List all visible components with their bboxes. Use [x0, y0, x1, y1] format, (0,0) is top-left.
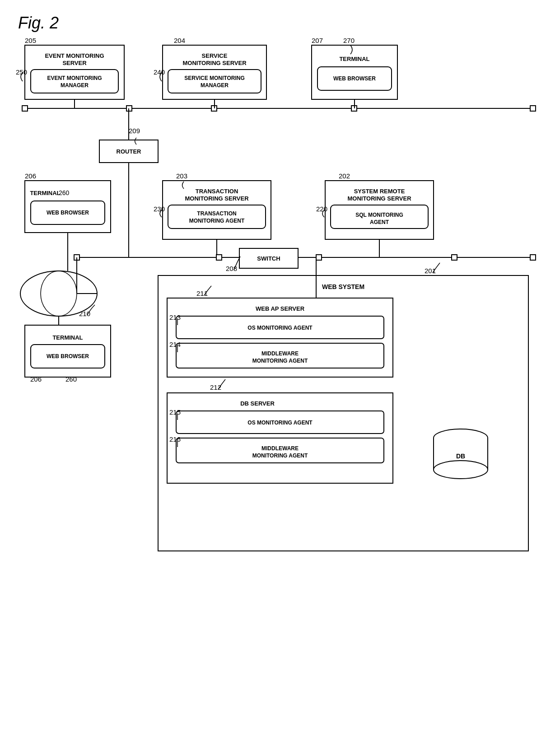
svg-text:OS MONITORING AGENT: OS MONITORING AGENT [247, 325, 313, 331]
svg-rect-70 [167, 298, 393, 377]
svg-text:WEB AP SERVER: WEB AP SERVER [256, 305, 305, 312]
svg-text:WEB BROWSER: WEB BROWSER [47, 353, 89, 359]
svg-text:MONITORING AGENT: MONITORING AGENT [252, 452, 308, 459]
svg-rect-41 [25, 181, 111, 233]
svg-text:TERMINAL: TERMINAL [52, 334, 83, 341]
svg-rect-74 [176, 343, 384, 368]
svg-point-57 [20, 271, 97, 316]
svg-rect-79 [176, 411, 384, 434]
svg-text:MONITORING SERVER: MONITORING SERVER [185, 195, 249, 202]
figure-title: Fig. 2 [18, 14, 59, 33]
svg-text:MONITORING AGENT: MONITORING AGENT [189, 218, 245, 224]
svg-rect-14 [317, 67, 392, 90]
svg-text:SQL MONITORING: SQL MONITORING [355, 212, 403, 218]
svg-rect-54 [530, 255, 536, 260]
svg-rect-17 [22, 106, 28, 111]
svg-text:207: 207 [312, 37, 323, 44]
svg-rect-6 [163, 45, 266, 99]
svg-rect-18 [126, 106, 132, 111]
svg-text:204: 204 [174, 37, 185, 44]
svg-text:WEB SYSTEM: WEB SYSTEM [322, 283, 364, 290]
svg-rect-20 [351, 106, 357, 111]
svg-rect-81 [176, 438, 384, 463]
svg-rect-38 [331, 205, 428, 229]
svg-point-58 [41, 271, 77, 316]
svg-rect-67 [158, 275, 528, 551]
svg-rect-85 [434, 438, 488, 470]
svg-rect-64 [31, 345, 105, 368]
svg-text:206: 206 [30, 375, 42, 383]
svg-text:MONITORING AGENT: MONITORING AGENT [252, 358, 308, 364]
svg-text:250: 250 [16, 68, 27, 76]
svg-text:MIDDLEWARE: MIDDLEWARE [261, 350, 299, 357]
svg-text:220: 220 [316, 205, 327, 213]
svg-rect-19 [211, 106, 217, 111]
svg-text:ROUTER: ROUTER [117, 148, 142, 155]
svg-text:MONITORING SERVER: MONITORING SERVER [182, 60, 247, 66]
svg-text:230: 230 [154, 205, 165, 213]
svg-rect-43 [31, 201, 105, 224]
svg-rect-32 [168, 205, 266, 229]
svg-text:SERVICE MONITORING: SERVICE MONITORING [184, 75, 245, 81]
svg-rect-0 [25, 45, 124, 99]
svg-text:SERVICE: SERVICE [202, 52, 228, 59]
diagram-svg: EVENT MONITORING SERVER EVENT MONITORING… [0, 0, 560, 751]
svg-text:SYSTEM REMOTE: SYSTEM REMOTE [354, 188, 405, 195]
svg-rect-50 [74, 255, 79, 260]
svg-text:216: 216 [169, 435, 181, 443]
svg-rect-62 [25, 325, 111, 377]
svg-rect-9 [168, 70, 261, 93]
svg-rect-52 [316, 255, 322, 260]
svg-text:EVENT MONITORING: EVENT MONITORING [47, 75, 102, 81]
svg-text:SERVER: SERVER [62, 60, 87, 66]
svg-text:240: 240 [154, 68, 165, 76]
svg-rect-26 [99, 140, 158, 163]
svg-rect-29 [163, 181, 271, 239]
svg-rect-51 [216, 255, 222, 260]
svg-text:208: 208 [226, 265, 237, 272]
svg-rect-21 [530, 106, 536, 111]
svg-text:WEB BROWSER: WEB BROWSER [47, 210, 89, 216]
svg-text:MONITORING SERVER: MONITORING SERVER [347, 195, 411, 202]
svg-text:203: 203 [176, 172, 187, 180]
svg-text:AGENT: AGENT [370, 219, 389, 225]
svg-text:260: 260 [65, 375, 77, 383]
svg-text:DB: DB [456, 452, 465, 460]
svg-rect-77 [167, 393, 393, 483]
svg-text:TRANSACTION: TRANSACTION [197, 210, 236, 217]
svg-text:212: 212 [210, 383, 221, 391]
svg-rect-55 [239, 248, 298, 268]
svg-text:TRANSACTION: TRANSACTION [196, 188, 238, 195]
svg-text:SWITCH: SWITCH [257, 255, 280, 262]
svg-rect-3 [31, 70, 118, 93]
svg-rect-72 [176, 316, 384, 339]
svg-text:201: 201 [425, 267, 436, 275]
svg-text:202: 202 [339, 172, 350, 180]
svg-rect-53 [452, 255, 457, 260]
svg-text:206: 206 [25, 172, 36, 180]
svg-text:MIDDLEWARE: MIDDLEWARE [261, 445, 299, 452]
svg-point-88 [434, 461, 488, 479]
svg-rect-35 [325, 181, 434, 239]
svg-text:209: 209 [129, 127, 140, 135]
page: Fig. 2 EVENT MONITORING SERVER EVENT MON… [0, 0, 560, 751]
svg-rect-12 [312, 45, 397, 99]
svg-point-84 [434, 429, 488, 447]
svg-text:MANAGER: MANAGER [201, 82, 229, 89]
svg-text:WEB BROWSER: WEB BROWSER [333, 75, 376, 82]
svg-text:OS MONITORING AGENT: OS MONITORING AGENT [247, 420, 313, 426]
svg-text:215: 215 [169, 408, 181, 416]
svg-text:260: 260 [59, 189, 70, 196]
svg-text:MANAGER: MANAGER [61, 82, 89, 89]
svg-text:EVENT MONITORING: EVENT MONITORING [45, 52, 104, 59]
svg-text:270: 270 [343, 37, 355, 44]
svg-text:210: 210 [79, 310, 90, 317]
svg-text:213: 213 [169, 313, 181, 321]
svg-text:TERMINAL: TERMINAL [339, 56, 369, 62]
svg-text:214: 214 [169, 341, 181, 348]
svg-text:211: 211 [196, 289, 208, 297]
svg-text:TERMINAL: TERMINAL [30, 190, 60, 196]
svg-text:205: 205 [25, 37, 36, 44]
svg-text:DB SERVER: DB SERVER [240, 400, 275, 407]
